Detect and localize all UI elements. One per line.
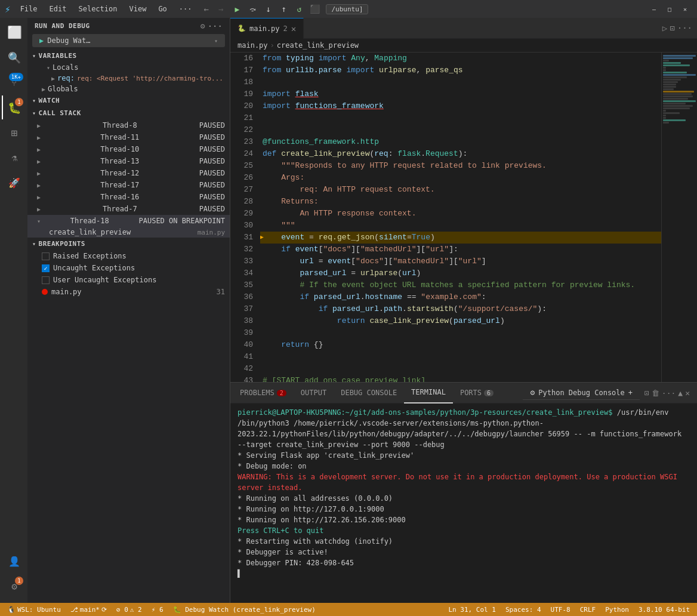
tab-problems[interactable]: PROBLEMS 2 (233, 383, 294, 404)
status-branch[interactable]: ⎇ main* ⟳ (68, 603, 109, 616)
code-line-21 (260, 112, 661, 124)
menu-edit[interactable]: Edit (45, 4, 72, 14)
debug-play-icon: ▶ (39, 36, 44, 45)
code-editor[interactable]: 1617181920212223242526272829303132333435… (230, 53, 661, 382)
thread-11-item[interactable]: ▶ Thread-11 PAUSED (27, 131, 230, 143)
terminal-content[interactable]: pierrick@LAPTOP-HKU5PNNG:~/git/add-ons-s… (230, 404, 697, 603)
main-py-breakpoint[interactable]: main.py 31 (27, 286, 230, 298)
status-debug-watch[interactable]: 🐛 Debug Watch (create_link_preview) (171, 603, 318, 616)
sidebar-settings-icon[interactable]: ⚙ (201, 21, 205, 30)
breadcrumb-file[interactable]: main.py (238, 41, 268, 50)
panel-more-button[interactable]: ··· (662, 389, 676, 398)
status-debug-ports[interactable]: ⚡ 6 (149, 603, 166, 616)
activity-explorer[interactable]: ⬜ (2, 20, 26, 44)
tab-output[interactable]: OUTPUT (294, 383, 334, 404)
status-language[interactable]: Python (603, 603, 631, 616)
thread-13-item[interactable]: ▶ Thread-13 PAUSED (27, 155, 230, 167)
thread-10-item[interactable]: ▶ Thread-10 PAUSED (27, 143, 230, 155)
tab-close-button[interactable]: ✕ (291, 24, 296, 33)
main-py-tab[interactable]: 🐍 main.py 2 ✕ (230, 18, 304, 39)
user-uncaught-exceptions-item[interactable]: User Uncaught Exceptions (27, 274, 230, 286)
variables-header[interactable]: ▾ VARIABLES (27, 50, 230, 62)
breadcrumb-symbol[interactable]: create_link_preview (277, 41, 359, 50)
thread-12-item[interactable]: ▶ Thread-12 PAUSED (27, 167, 230, 179)
raised-exceptions-checkbox[interactable] (42, 252, 50, 260)
activity-search[interactable]: 🔍 (2, 45, 26, 69)
debug-step-over-button[interactable]: ⤼ (246, 2, 259, 16)
terminal-line-1: pierrick@LAPTOP-HKU5PNNG:~/git/add-ons-s… (238, 407, 690, 450)
debug-restart-button[interactable]: ↺ (292, 2, 306, 16)
user-uncaught-exceptions-checkbox[interactable] (42, 276, 50, 284)
maximize-button[interactable]: □ (662, 2, 677, 16)
thread-7-item[interactable]: ▶ Thread-7 PAUSED (27, 203, 230, 215)
trash-button[interactable]: 🗑 (652, 389, 659, 398)
thread-16-item[interactable]: ▶ Thread-16 PAUSED (27, 191, 230, 203)
watch-header[interactable]: ▾ WATCH (27, 94, 230, 107)
code-line-22 (260, 124, 661, 136)
thread-18-item[interactable]: ▾ Thread-18 PAUSED ON BREAKPOINT (27, 215, 230, 227)
activity-settings[interactable]: ⚙ 1 (2, 574, 26, 598)
split-terminal-button[interactable]: ⊡ (644, 389, 649, 398)
run-button[interactable]: ▷ (662, 23, 667, 33)
add-terminal-button[interactable]: + (628, 389, 633, 397)
tab-debug-console[interactable]: DEBUG CONSOLE (334, 383, 404, 404)
nav-back-button[interactable]: ← (202, 4, 211, 14)
activity-debug[interactable]: 🐛 1 (2, 96, 26, 119)
activity-account[interactable]: 👤 (2, 549, 26, 573)
code-line-27: req: An HTTP request context. (260, 184, 661, 196)
uncaught-exceptions-item[interactable]: ✓ Uncaught Exceptions (27, 262, 230, 274)
locals-item[interactable]: ▾ Locals (27, 62, 230, 73)
minimize-button[interactable]: — (647, 2, 661, 16)
debug-step-out-button[interactable]: ↑ (277, 2, 290, 16)
locals-chevron-icon: ▾ (47, 64, 50, 71)
tab-ports[interactable]: PORTS 6 (453, 383, 501, 404)
thread-8-item[interactable]: ▶ Thread-8 PAUSED (27, 119, 230, 131)
user-uncaught-exceptions-label: User Uncaught Exceptions (53, 276, 156, 284)
terminal-line-8: * Debugger is active! (238, 547, 690, 558)
status-position[interactable]: Ln 31, Col 1 (446, 603, 498, 616)
status-spaces[interactable]: Spaces: 4 (503, 603, 544, 616)
debug-config-selector[interactable]: ▶ Debug Wat… ▾ (32, 34, 225, 47)
debug-step-into-button[interactable]: ↓ (261, 2, 275, 16)
raised-exceptions-item[interactable]: Raised Exceptions (27, 250, 230, 262)
activity-test[interactable]: ⚗ (2, 146, 26, 170)
tab-terminal[interactable]: TERMINAL (404, 383, 453, 404)
activity-extensions[interactable]: ⊞ (2, 121, 26, 144)
nav-forward-button[interactable]: → (216, 4, 226, 14)
menu-selection[interactable]: Selection (73, 4, 122, 14)
uncaught-exceptions-checkbox[interactable]: ✓ (42, 264, 50, 272)
sidebar-more-icon[interactable]: ··· (208, 21, 223, 30)
console-gear-icon[interactable]: ⚙ (530, 388, 535, 397)
status-wsl[interactable]: 🐧 WSL: Ubuntu (5, 603, 63, 616)
branch-icon: ⎇ (70, 606, 78, 614)
thread-18-frame[interactable]: create_link_preview main.py (27, 227, 230, 238)
req-variable[interactable]: ▶ req: req: <Request 'http://charming-tr… (27, 73, 230, 84)
callstack-header[interactable]: ▾ CALL STACK (27, 107, 230, 119)
close-button[interactable]: ✕ (678, 2, 692, 16)
terminal-warning: WARNING: This is a development server. D… (238, 472, 690, 493)
split-editor-button[interactable]: ⊡ (670, 23, 674, 33)
thread-17-item[interactable]: ▶ Thread-17 PAUSED (27, 179, 230, 191)
status-line-ending[interactable]: CRLF (578, 603, 599, 616)
thread-7-label: Thread-7 (103, 205, 137, 213)
debug-continue-button[interactable]: ▶ (230, 2, 243, 16)
menu-more[interactable]: ··· (174, 4, 197, 14)
code-content[interactable]: from typing import Any, Mapping from url… (260, 53, 661, 382)
breakpoints-header[interactable]: ▾ BREAKPOINTS (27, 238, 230, 250)
activity-source-control[interactable]: ⑂ 1K+ (2, 70, 26, 94)
panel-expand-button[interactable]: ▲ (678, 389, 683, 398)
status-encoding[interactable]: UTF-8 (548, 603, 573, 616)
menu-view[interactable]: View (124, 4, 151, 14)
more-actions-button[interactable]: ··· (677, 23, 692, 33)
req-label: req: (57, 74, 75, 82)
ports-badge: 6 (484, 390, 494, 396)
debug-tag: /ubuntu] (326, 4, 368, 14)
status-errors[interactable]: ⊘ 0 ⚠ 2 (114, 603, 144, 616)
globals-item[interactable]: ▶ Globals (27, 84, 230, 94)
status-version[interactable]: 3.8.10 64-bit (636, 603, 692, 616)
menu-file[interactable]: File (16, 4, 42, 14)
activity-deploy[interactable]: 🚀 (2, 171, 26, 195)
debug-stop-button[interactable]: ⬛ (308, 2, 321, 16)
menu-go[interactable]: Go (153, 4, 171, 14)
panel-close-button[interactable]: ✕ (685, 389, 690, 398)
